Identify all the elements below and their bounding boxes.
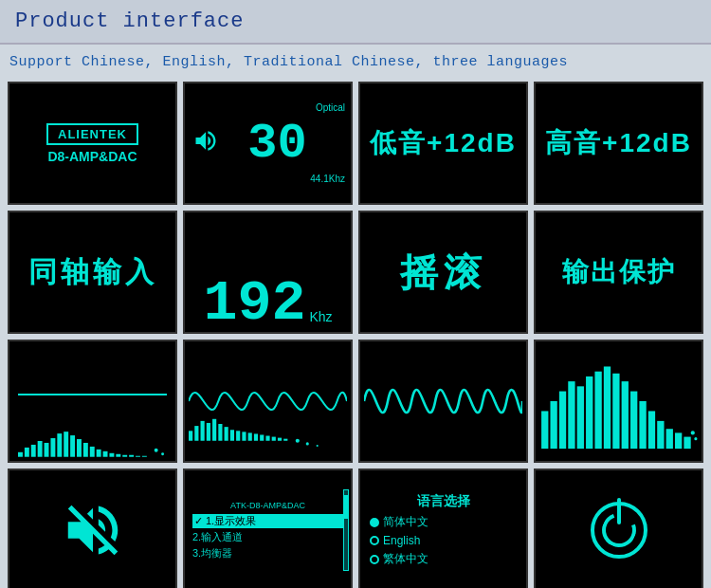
lang-item-simplified: 简体中文 — [370, 514, 428, 530]
freq-unit: Khz — [309, 309, 332, 324]
menu-item-1: ✓ 1.显示效果 — [192, 514, 343, 528]
svg-rect-53 — [639, 401, 646, 449]
spectrum-svg-9 — [18, 424, 168, 457]
svg-rect-10 — [83, 443, 88, 457]
svg-point-59 — [691, 431, 695, 434]
screen-menu: ATK-D8-AMP&DAC ✓ 1.显示效果 2.输入通道 3.均衡器 — [183, 469, 353, 588]
screen-grid: ALIENTEK D8-AMP&DAC 30 Optical 44.1Khz 低… — [0, 82, 711, 588]
screen-flat-spectrum — [8, 340, 177, 463]
scroll-thumb — [344, 495, 348, 519]
svg-rect-31 — [242, 432, 246, 440]
svg-rect-56 — [666, 429, 673, 449]
svg-rect-7 — [64, 432, 68, 457]
svg-rect-55 — [657, 421, 664, 449]
svg-rect-44 — [559, 392, 566, 450]
radio-english — [370, 536, 379, 545]
rock-text: 摇滚 — [400, 247, 487, 299]
mute-icon — [60, 497, 126, 563]
svg-point-60 — [694, 437, 697, 440]
svg-rect-27 — [218, 424, 222, 441]
menu-title: ATK-D8-AMP&DAC — [230, 501, 305, 510]
radio-simplified — [370, 518, 379, 527]
freq-number: 192 — [203, 275, 305, 332]
screen-language: 语言选择 简体中文 English 繁体中文 — [358, 469, 528, 588]
screen-rock: 摇滚 — [358, 211, 528, 334]
flat-line — [18, 394, 168, 395]
svg-rect-43 — [550, 401, 556, 449]
power-button[interactable] — [591, 502, 647, 559]
screen-bass: 低音+12dB — [358, 82, 528, 205]
svg-rect-48 — [594, 372, 601, 449]
volume-number: 30 — [247, 116, 306, 172]
svg-rect-58 — [684, 437, 690, 450]
title-bar: Product interface — [0, 0, 711, 45]
svg-rect-15 — [116, 454, 120, 457]
svg-rect-8 — [70, 435, 75, 457]
language-title: 语言选择 — [417, 493, 470, 510]
screen-power — [534, 469, 703, 588]
model-text: D8-AMP&DAC — [47, 149, 137, 164]
svg-rect-22 — [189, 431, 192, 440]
svg-rect-54 — [648, 411, 655, 449]
svg-rect-16 — [122, 455, 127, 457]
svg-rect-24 — [201, 421, 205, 441]
input-label: Optical — [316, 102, 345, 113]
svg-rect-14 — [109, 453, 114, 457]
screen-waveform-small — [183, 340, 353, 463]
brand-box: ALIENTEK — [46, 123, 138, 145]
svg-rect-57 — [675, 432, 682, 449]
svg-rect-38 — [283, 439, 287, 441]
svg-rect-46 — [577, 386, 584, 449]
svg-rect-13 — [102, 451, 107, 457]
screen-mute — [8, 469, 177, 588]
svg-rect-32 — [248, 432, 252, 440]
svg-rect-30 — [236, 431, 240, 440]
svg-rect-3 — [37, 441, 42, 457]
svg-rect-25 — [207, 423, 210, 441]
svg-rect-34 — [260, 434, 264, 440]
svg-rect-17 — [129, 455, 134, 457]
screen-waveform-large — [358, 340, 528, 463]
treble-text: 高音+12dB — [545, 125, 692, 161]
scroll-bar — [343, 489, 349, 571]
radio-traditional — [370, 555, 379, 564]
screen-volume: 30 Optical 44.1Khz — [183, 82, 353, 205]
svg-rect-9 — [77, 439, 82, 457]
spectrum-large-svg — [539, 345, 698, 457]
lang-item-traditional: 繁体中文 — [370, 551, 428, 567]
svg-rect-51 — [622, 381, 629, 449]
menu-item-3: 3.均衡器 — [192, 546, 343, 560]
page-title: Product interface — [15, 9, 696, 33]
svg-rect-5 — [50, 438, 55, 457]
svg-rect-47 — [586, 377, 592, 449]
cursor-icon: ✓ — [194, 515, 203, 527]
screen-coaxial: 同轴输入 — [8, 211, 177, 334]
power-arc — [596, 507, 642, 553]
coaxial-text: 同轴输入 — [28, 253, 157, 292]
svg-rect-42 — [541, 411, 548, 449]
menu-item-2: 2.输入通道 — [192, 530, 343, 544]
svg-rect-52 — [630, 392, 637, 450]
waveform-small-svg — [189, 345, 347, 457]
svg-rect-49 — [604, 366, 611, 449]
svg-point-40 — [306, 442, 309, 445]
subtitle: Support Chinese, English, Traditional Ch… — [0, 54, 711, 82]
svg-rect-6 — [57, 433, 62, 457]
screen-192k: 192 Khz — [183, 211, 353, 334]
bass-text: 低音+12dB — [370, 125, 517, 161]
svg-rect-26 — [212, 419, 216, 441]
svg-point-21 — [161, 452, 164, 455]
svg-rect-29 — [230, 430, 234, 440]
svg-rect-12 — [96, 450, 100, 457]
screen-spectrum-large — [534, 340, 703, 463]
freq-label: 44.1Khz — [310, 174, 345, 184]
page-wrapper: Product interface Support Chinese, Engli… — [0, 0, 711, 588]
svg-rect-33 — [254, 433, 258, 440]
svg-rect-11 — [90, 447, 95, 457]
speaker-icon — [192, 128, 219, 159]
waveform-large-svg — [364, 345, 522, 457]
svg-rect-19 — [142, 456, 147, 457]
svg-rect-28 — [225, 427, 228, 441]
svg-rect-23 — [194, 426, 198, 441]
svg-rect-50 — [612, 374, 619, 449]
